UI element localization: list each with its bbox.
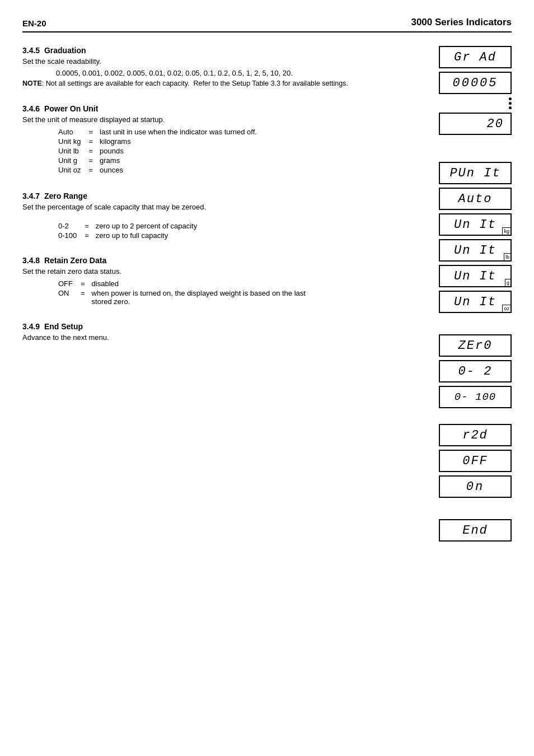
- param-value: ounces: [97, 165, 259, 175]
- display-unit-g: Un It g: [439, 265, 512, 287]
- section-graduation: 3.4.5 Graduation Set the scale readabili…: [22, 46, 383, 87]
- param-row: 0-2 = zero up to 2 percent of capacity: [56, 221, 199, 231]
- zero-range-params: 0-2 = zero up to 2 percent of capacity 0…: [56, 221, 199, 240]
- display-off: 0FF: [439, 450, 512, 472]
- param-key: Unit lb: [56, 146, 86, 156]
- param-value: when power is turned on, the displayed w…: [90, 288, 308, 306]
- param-row: Unit oz = ounces: [56, 165, 259, 175]
- display-grad-text: Gr Ad: [449, 49, 501, 66]
- display-end: End: [439, 519, 512, 542]
- note-text: : Not all settings are available for eac…: [42, 80, 348, 87]
- param-key: Unit g: [56, 156, 86, 165]
- section-347-title: 3.4.7 Zero Range: [22, 192, 383, 200]
- unit-badge-kg: kg: [502, 227, 511, 235]
- param-value: last unit in use when the indicator was …: [97, 127, 259, 137]
- eq-sign: =: [82, 221, 93, 231]
- param-row: OFF = disabled: [56, 279, 308, 288]
- section-347-desc: Set the percentage of scale capacity tha…: [22, 203, 383, 211]
- eq-sign: =: [86, 137, 97, 146]
- page-title: 3000 Series Indicators: [411, 17, 512, 28]
- zero-range-display-group: ZEr0 0- 2 0- 100: [439, 334, 512, 409]
- display-on: 0n: [439, 475, 512, 498]
- param-value: pounds: [97, 146, 259, 156]
- section-power-on-unit: 3.4.6 Power On Unit Set the unit of meas…: [22, 104, 383, 175]
- display-unit-g-text: Un It: [449, 268, 501, 284]
- param-value: kilograms: [97, 137, 259, 146]
- display-column: Gr Ad 00005 20 PUn It A: [394, 46, 512, 546]
- display-punit: PUn It: [439, 162, 512, 184]
- section-348-desc: Set the retain zero data status.: [22, 267, 383, 276]
- param-row: 0-100 = zero up to full capacity: [56, 231, 199, 240]
- param-row: ON = when power is turned on, the displa…: [56, 288, 308, 306]
- display-unit-kg: Un It kg: [439, 213, 512, 236]
- display-zero-range: ZEr0: [439, 334, 512, 357]
- display-0-100: 0- 100: [439, 386, 512, 408]
- display-on-text: 0n: [462, 479, 489, 495]
- display-zero-range-text: ZEr0: [454, 338, 497, 354]
- display-unit-oz: Un It oz: [439, 291, 512, 313]
- section-345-note: NOTE: Not all settings are available for…: [22, 80, 383, 87]
- section-retain-zero: 3.4.8 Retain Zero Data Set the retain ze…: [22, 256, 383, 306]
- section-349-title: 3.4.9 End Setup: [22, 322, 383, 331]
- param-row: Unit lb = pounds: [56, 146, 259, 156]
- section-348-title: 3.4.8 Retain Zero Data: [22, 256, 383, 265]
- display-00005: 00005: [439, 72, 512, 94]
- param-row: Unit kg = kilograms: [56, 137, 259, 146]
- eq-sign: =: [86, 127, 97, 137]
- eq-sign: =: [86, 146, 97, 156]
- eq-sign: =: [82, 231, 93, 240]
- end-setup-display-group: End: [439, 519, 512, 543]
- display-20: 20: [439, 113, 512, 135]
- param-value: zero up to full capacity: [93, 231, 199, 240]
- param-key: Unit oz: [56, 165, 86, 175]
- display-unit-oz-text: Un It: [449, 294, 501, 310]
- param-key: 0-100: [56, 231, 82, 240]
- param-value: disabled: [90, 279, 308, 288]
- section-346-title: 3.4.6 Power On Unit: [22, 104, 383, 113]
- retain-zero-display-group: r2d 0FF 0n: [439, 424, 512, 499]
- param-value: grams: [97, 156, 259, 165]
- eq-sign: =: [78, 279, 90, 288]
- display-r2d: r2d: [439, 424, 512, 446]
- display-unit-lb: Un It lb: [439, 239, 512, 262]
- param-row: Auto = last unit in use when the indicat…: [56, 127, 259, 137]
- retain-zero-params: OFF = disabled ON = when power is turned…: [56, 279, 308, 306]
- param-key: 0-2: [56, 221, 82, 231]
- display-0-100-text: 0- 100: [450, 390, 500, 404]
- section-349-desc: Advance to the next menu.: [22, 333, 383, 342]
- eq-sign: =: [86, 156, 97, 165]
- unit-badge-g: g: [505, 279, 511, 287]
- display-unit-lb-text: Un It: [449, 242, 501, 259]
- display-0-2-text: 0- 2: [454, 363, 497, 380]
- page-number: EN-20: [22, 18, 46, 28]
- param-key: Unit kg: [56, 137, 86, 146]
- eq-sign: =: [78, 288, 90, 306]
- power-on-unit-params: Auto = last unit in use when the indicat…: [56, 127, 259, 175]
- param-key: Auto: [56, 127, 86, 137]
- section-zero-range: 3.4.7 Zero Range Set the percentage of s…: [22, 192, 383, 240]
- section-346-desc: Set the unit of measure displayed at sta…: [22, 115, 383, 124]
- section-345-values: 0.0005, 0.001, 0.002, 0.005, 0.01, 0.02,…: [56, 69, 383, 77]
- section-345-desc: Set the scale readability.: [22, 57, 383, 66]
- unit-badge-lb: lb: [504, 253, 511, 261]
- display-20-text: 20: [440, 116, 510, 132]
- display-unit-kg-text: Un It: [449, 217, 501, 233]
- param-row: Unit g = grams: [56, 156, 259, 165]
- unit-badge-oz: oz: [502, 305, 511, 312]
- section-end-setup: 3.4.9 End Setup Advance to the next menu…: [22, 322, 383, 342]
- display-grad: Gr Ad: [439, 46, 512, 68]
- page-header: EN-20 3000 Series Indicators: [22, 17, 512, 32]
- display-auto-text: Auto: [454, 191, 497, 207]
- eq-sign: =: [86, 165, 97, 175]
- note-label: NOTE: [22, 80, 42, 87]
- page-body: 3.4.5 Graduation Set the scale readabili…: [22, 46, 512, 546]
- display-0-2: 0- 2: [439, 360, 512, 382]
- display-00005-text: 00005: [448, 75, 502, 91]
- param-key: OFF: [56, 279, 78, 288]
- content-column: 3.4.5 Graduation Set the scale readabili…: [22, 46, 394, 546]
- grad-display-group: Gr Ad 00005 20: [439, 46, 512, 136]
- display-punit-text: PUn It: [445, 165, 505, 181]
- section-345-title: 3.4.5 Graduation: [22, 46, 383, 55]
- power-on-unit-display-group: PUn It Auto Un It kg Un It lb Un It g Un…: [439, 162, 512, 314]
- param-value: zero up to 2 percent of capacity: [93, 221, 199, 231]
